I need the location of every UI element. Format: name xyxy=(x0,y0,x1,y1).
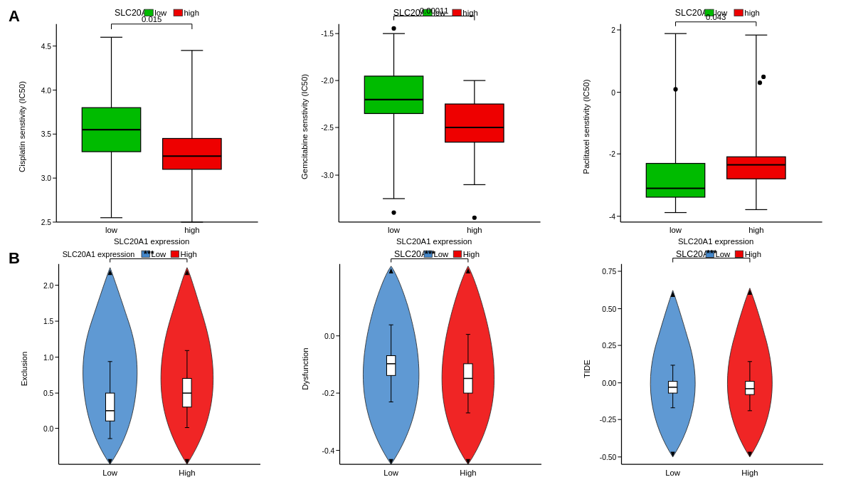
svg-point-105 xyxy=(761,75,766,79)
svg-text:2: 2 xyxy=(612,26,616,34)
svg-point-59 xyxy=(391,210,396,214)
svg-rect-65 xyxy=(445,104,503,142)
svg-text:Paclitaxel senstivity (IC50): Paclitaxel senstivity (IC50) xyxy=(582,79,591,174)
chart-cisplatin: SLC20A1 low high 2.5 3.0 xyxy=(14,6,297,248)
chart-gemcitabine: SLC20A1 low high -3.0 -2.5 xyxy=(297,6,579,248)
svg-text:Low: Low xyxy=(715,250,731,258)
row-b: B SLC20A1 expression Low High 0.0 0.5 xyxy=(7,248,861,486)
svg-text:0.0: 0.0 xyxy=(324,333,335,340)
svg-text:High: High xyxy=(460,469,477,477)
chart-paclitaxel: SLC20A1 low high -4 -2 0 xyxy=(578,6,861,248)
svg-text:0.00011: 0.00011 xyxy=(419,6,448,15)
svg-text:Low: Low xyxy=(102,469,118,477)
svg-text:High: High xyxy=(463,250,480,258)
svg-text:-0.25: -0.25 xyxy=(599,416,616,424)
svg-text:0.043: 0.043 xyxy=(706,13,726,21)
svg-rect-40 xyxy=(452,9,461,16)
svg-rect-3 xyxy=(174,9,182,16)
svg-text:-4: -4 xyxy=(609,213,615,221)
svg-text:2.0: 2.0 xyxy=(43,282,54,290)
svg-text:Cisplatin senstivity (IC50): Cisplatin senstivity (IC50) xyxy=(18,81,26,172)
chart-dysfunction: SLC20A1 Low High -0.4 -0.2 0.0 Dysfuncti… xyxy=(298,248,579,486)
svg-text:3.0: 3.0 xyxy=(41,174,52,182)
svg-text:0.25: 0.25 xyxy=(602,342,616,350)
svg-text:-2: -2 xyxy=(609,150,615,158)
panel-cisplatin: SLC20A1 low high 2.5 3.0 xyxy=(7,6,297,248)
svg-text:3.5: 3.5 xyxy=(41,130,52,138)
panel-gemcitabine: SLC20A1 low high -3.0 -2.5 xyxy=(297,6,579,248)
svg-text:0: 0 xyxy=(612,89,616,97)
svg-point-60 xyxy=(391,26,396,31)
svg-text:low: low xyxy=(388,226,401,234)
svg-text:Low: Low xyxy=(665,469,681,477)
svg-text:***: *** xyxy=(706,248,717,258)
svg-text:***: *** xyxy=(144,249,154,259)
svg-rect-102 xyxy=(727,157,785,179)
svg-text:High: High xyxy=(741,469,758,477)
svg-text:low: low xyxy=(669,226,682,234)
svg-text:0.0: 0.0 xyxy=(43,425,54,433)
svg-text:4.5: 4.5 xyxy=(41,43,52,51)
svg-text:***: *** xyxy=(425,249,435,259)
svg-text:High: High xyxy=(179,469,195,477)
svg-text:low: low xyxy=(105,226,118,234)
svg-text:0.75: 0.75 xyxy=(602,268,616,276)
svg-text:High: High xyxy=(181,250,197,258)
svg-text:2.5: 2.5 xyxy=(41,219,52,226)
svg-rect-78 xyxy=(734,9,743,16)
svg-text:Low: Low xyxy=(434,250,450,258)
svg-rect-192 xyxy=(735,251,743,257)
svg-text:-2.5: -2.5 xyxy=(321,124,334,132)
svg-text:Low: Low xyxy=(384,469,400,477)
svg-text:Gemcitabine senstivity (IC50): Gemcitabine senstivity (IC50) xyxy=(300,74,309,179)
svg-text:0.5: 0.5 xyxy=(43,389,54,397)
svg-text:SLC20A1 expression: SLC20A1 expression xyxy=(114,237,189,246)
svg-text:high: high xyxy=(184,226,199,234)
svg-text:TIDE: TIDE xyxy=(583,360,591,378)
svg-text:high: high xyxy=(748,226,763,234)
svg-text:1.0: 1.0 xyxy=(43,354,54,362)
panel-tide: SLC20A1 Low High -0.50 -0.25 xyxy=(580,248,861,486)
svg-point-67 xyxy=(472,216,476,220)
svg-text:Dysfunction: Dysfunction xyxy=(302,347,310,389)
svg-rect-28 xyxy=(163,138,221,169)
svg-rect-217 xyxy=(745,382,753,395)
main-container: A SLC20A1 low high 2.5 xyxy=(0,0,868,492)
svg-rect-167 xyxy=(387,356,396,376)
svg-text:SLC20A1 expression: SLC20A1 expression xyxy=(396,237,472,246)
svg-text:4.0: 4.0 xyxy=(41,87,52,95)
svg-text:Exclusion: Exclusion xyxy=(20,352,28,386)
svg-text:-0.4: -0.4 xyxy=(322,447,335,455)
svg-text:SLC20A1 expression: SLC20A1 expression xyxy=(678,237,753,246)
panel-paclitaxel: SLC20A1 low high -4 -2 0 xyxy=(578,6,861,248)
svg-text:0.00: 0.00 xyxy=(602,380,616,387)
svg-point-97 xyxy=(674,87,678,91)
svg-text:SLC20A1 expression: SLC20A1 expression xyxy=(63,250,135,258)
svg-rect-131 xyxy=(105,393,114,421)
svg-rect-116 xyxy=(171,251,179,257)
svg-text:high: high xyxy=(184,9,199,17)
chart-exclusion: SLC20A1 expression Low High 0.0 0.5 1.0 … xyxy=(17,248,298,486)
panel-exclusion: SLC20A1 expression Low High 0.0 0.5 1.0 … xyxy=(7,248,298,486)
svg-text:0.015: 0.015 xyxy=(142,15,162,23)
panel-dysfunction: SLC20A1 Low High -0.4 -0.2 0.0 Dysfuncti… xyxy=(298,248,579,486)
svg-text:-0.2: -0.2 xyxy=(322,389,335,397)
chart-tide: SLC20A1 Low High -0.50 -0.25 xyxy=(580,248,861,486)
svg-text:-3.0: -3.0 xyxy=(321,172,334,179)
svg-text:-1.5: -1.5 xyxy=(321,30,334,38)
svg-text:0.50: 0.50 xyxy=(602,305,616,313)
svg-text:-0.50: -0.50 xyxy=(599,454,616,461)
svg-rect-156 xyxy=(454,251,462,257)
svg-text:high: high xyxy=(467,226,482,234)
svg-text:high: high xyxy=(745,9,760,17)
svg-rect-95 xyxy=(647,164,705,197)
svg-text:-2.0: -2.0 xyxy=(321,77,334,85)
svg-point-104 xyxy=(758,80,762,85)
svg-rect-57 xyxy=(364,76,423,114)
svg-text:1.5: 1.5 xyxy=(43,318,54,325)
svg-text:High: High xyxy=(744,250,761,258)
row-a: A SLC20A1 low high 2.5 xyxy=(7,6,861,248)
